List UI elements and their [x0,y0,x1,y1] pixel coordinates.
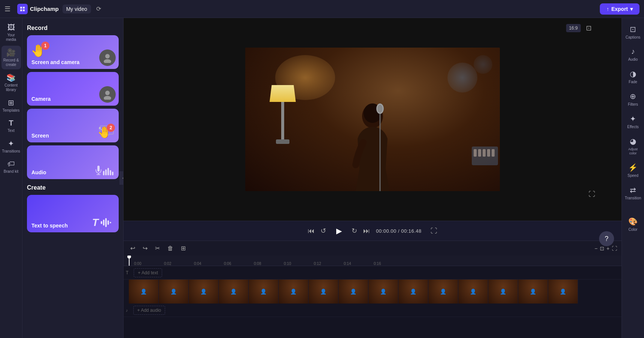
sidebar-item-content-library[interactable]: 📚 Content library [1,71,21,94]
svg-rect-17 [107,220,109,225]
svg-rect-5 [104,134,109,136]
delete-button[interactable]: 🗑 [165,244,176,253]
panel-collapse-handle[interactable]: ‹ [119,171,124,185]
right-tool-filters[interactable]: ⊕ Filters [623,89,643,110]
timeline-area[interactable]: 0:00 0:02 0:04 0:06 0:08 0:10 0:12 0:14 … [124,256,622,338]
redo-button[interactable]: ↪ [140,243,150,253]
sidebar-item-your-media[interactable]: 🖼 Your media [1,21,21,44]
video-preview: 16:9 ⊡ [124,18,622,221]
color-icon: 🎨 [628,217,638,226]
sidebar-icons: 🖼 Your media 🎥 Record & create 📚 Content… [0,18,22,338]
camera-card[interactable]: Camera [27,72,119,106]
video-track-row: 👤 👤 👤 👤 👤 👤 👤 👤 👤 👤 👤 👤 👤 👤 👤 [124,280,622,304]
screen-camera-label: Screen and camera [31,59,79,65]
preview-fullscreen-button[interactable]: ⛶ [431,227,437,235]
right-tool-audio[interactable]: ♪ Audio [623,44,643,65]
thumb-8: 👤 [368,280,398,304]
svg-rect-25 [474,149,477,157]
screen-label: Screen [31,133,49,139]
menu-icon[interactable]: ☰ [4,5,10,13]
text-icon: T [9,119,13,127]
thumb-12: 👤 [488,280,518,304]
skip-forward-button[interactable]: ⏭ [363,227,370,235]
add-text-button[interactable]: + Add text [134,268,162,277]
sidebar-item-brand-kit[interactable]: 🏷 Brand kit [1,157,21,176]
right-tool-fade[interactable]: ◑ Fade [623,66,643,87]
thumb-7: 👤 [338,280,368,304]
video-frame [245,48,500,191]
save-frame-button[interactable]: ⊞ [179,243,188,253]
right-tool-transition[interactable]: ⇄ Transition [623,182,643,203]
filters-icon: ⊕ [630,92,636,101]
ruler-mark-16: 0:16 [374,262,404,266]
camera-label: Camera [31,96,51,102]
thumb-4: 👤 [249,280,279,304]
thumb-10: 👤 [428,280,458,304]
aspect-ratio-button[interactable]: 16:9 [566,24,581,32]
rewind-button[interactable]: ↺ [321,227,326,235]
svg-rect-9 [103,171,104,175]
thumb-14: 👤 [548,280,578,304]
audio-card[interactable]: Audio [27,145,119,179]
sidebar-item-templates[interactable]: ⊞ Templates [1,96,21,115]
right-sidebar: ⊡ Captions ♪ Audio ◑ Fade ⊕ Filters ✦ Ef… [622,18,644,338]
right-tool-adjust-color[interactable]: ◕ Adjust color [623,134,643,159]
undo-button[interactable]: ↩ [128,243,137,253]
svg-rect-4 [100,126,113,134]
brandkit-icon: 🏷 [7,160,15,168]
time-current: 00:00.00 / 00:16.48 [376,228,422,234]
zoom-fit-button[interactable]: ⊡ [600,245,604,251]
fullscreen-button[interactable]: ⛶ [589,190,595,198]
skip-back-button[interactable]: ⏮ [308,227,315,235]
export-button[interactable]: ↑ Export ▾ [600,3,640,15]
svg-rect-16 [105,218,107,227]
captions-corner-icon[interactable]: ⊡ [586,24,592,32]
text-track-icon: T [126,270,128,275]
right-tool-effects[interactable]: ✦ Effects [623,111,643,132]
left-panel: Record Screen and camera 🤚 1 Camera [22,18,124,338]
record-cards: Screen and camera 🤚 1 Camera Screen [27,35,119,179]
text-track-row: T + Add text [124,266,622,280]
sidebar-item-transitions[interactable]: ✦ Transitions [1,137,21,156]
text-to-speech-card[interactable]: Text to speech T [27,195,119,232]
video-title[interactable]: My video [63,4,91,13]
svg-rect-6 [97,166,100,172]
audio-tool-icon: ♪ [631,47,635,56]
main-layout: 🖼 Your media 🎥 Record & create 📚 Content… [0,18,644,338]
templates-icon: ⊞ [8,98,14,107]
record-section-title: Record [27,25,119,31]
sidebar-item-text[interactable]: T Text [1,117,21,135]
timeline-ruler: 0:00 0:02 0:04 0:06 0:08 0:10 0:12 0:14 … [124,256,622,266]
cut-button[interactable]: ✂ [153,243,162,253]
screen-camera-card[interactable]: Screen and camera 🤚 1 [27,35,119,69]
zoom-expand-button[interactable]: ⛶ [612,245,617,251]
center-area: 16:9 ⊡ [124,18,622,338]
right-tool-captions[interactable]: ⊡ Captions [623,22,643,43]
sidebar-item-record-create[interactable]: 🎥 Record & create [1,46,21,69]
save-icon[interactable]: ⟳ [96,5,101,12]
zoom-out-button[interactable]: − [595,245,598,251]
thumb-13: 👤 [518,280,548,304]
thumb-9: 👤 [398,280,428,304]
camera-thumb [99,86,116,103]
record-icon: 🎥 [6,48,16,57]
add-audio-button[interactable]: + Add audio [133,306,165,315]
right-tool-color[interactable]: 🎨 Color [623,214,643,235]
screen-card[interactable]: Screen 🤚 2 ↖ [27,109,119,142]
svg-point-22 [376,103,384,114]
thumb-0: 👤 [129,280,159,304]
fade-icon: ◑ [630,69,636,78]
svg-rect-26 [478,149,481,157]
svg-rect-15 [103,220,104,226]
right-tool-speed[interactable]: ⚡ Speed [623,160,643,181]
video-thumbnails: 👤 👤 👤 👤 👤 👤 👤 👤 👤 👤 👤 👤 👤 👤 👤 [129,280,578,304]
create-section: Create Text to speech T [27,184,119,232]
svg-rect-11 [107,168,109,175]
help-button[interactable]: ? [599,231,614,246]
forward-button[interactable]: ↻ [352,227,357,235]
app-name: Clipchamp [30,6,59,12]
playhead[interactable] [129,256,130,266]
adjust-color-icon: ◕ [630,137,636,146]
play-button[interactable]: ▶ [332,224,346,238]
thumb-2: 👤 [189,280,219,304]
